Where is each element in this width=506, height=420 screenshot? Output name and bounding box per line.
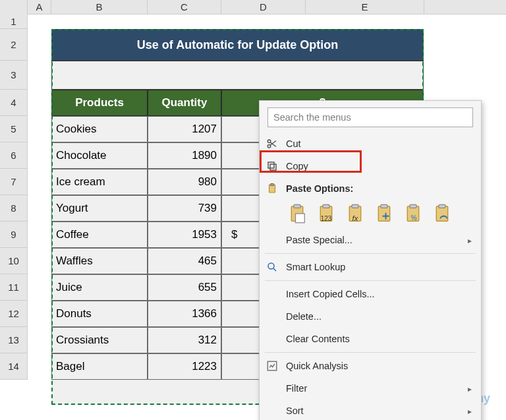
menu-item-filter[interactable]: Filter bbox=[260, 377, 481, 400]
svg-rect-8 bbox=[296, 214, 305, 223]
menu-item-cut[interactable]: Cut bbox=[260, 133, 481, 155]
cell-product[interactable]: Donuts bbox=[51, 301, 148, 327]
cell-product[interactable]: Chocolate bbox=[51, 142, 148, 169]
svg-rect-21 bbox=[439, 204, 445, 208]
cell-quantity[interactable]: 312 bbox=[148, 327, 221, 353]
cell-product[interactable]: Juice bbox=[51, 274, 148, 301]
menu-item-smart-lookup[interactable]: Smart Lookup bbox=[260, 256, 481, 278]
cell-quantity[interactable]: 1366 bbox=[148, 301, 221, 327]
row-header-14[interactable]: 14 bbox=[0, 353, 28, 380]
row-header-3[interactable]: 3 bbox=[0, 61, 28, 90]
menu-label: Filter bbox=[286, 383, 468, 394]
svg-text:fx: fx bbox=[352, 214, 358, 222]
cell-quantity[interactable]: 980 bbox=[148, 169, 221, 195]
cell-quantity[interactable]: 739 bbox=[148, 195, 221, 222]
menu-separator bbox=[265, 280, 476, 281]
cell-product[interactable]: Yogurt bbox=[51, 195, 148, 222]
paste-formulas-icon[interactable]: fx bbox=[344, 202, 366, 225]
col-header-b[interactable]: B bbox=[51, 0, 148, 14]
cell-quantity[interactable]: 1953 bbox=[148, 222, 221, 248]
svg-rect-3 bbox=[268, 162, 274, 168]
svg-rect-20 bbox=[436, 206, 448, 222]
menu-label: Quick Analysis bbox=[286, 361, 472, 371]
paste-link-icon[interactable] bbox=[431, 202, 453, 225]
submenu-arrow-icon bbox=[468, 405, 472, 416]
row-header-5[interactable]: 5 bbox=[0, 116, 28, 142]
row-header-1[interactable]: 1 bbox=[0, 15, 28, 29]
menu-item-paste-special[interactable]: Paste Special... bbox=[260, 229, 481, 251]
menu-item-sort[interactable]: Sort bbox=[260, 400, 481, 420]
row-header-12[interactable]: 12 bbox=[0, 301, 28, 327]
col-header-d[interactable]: D bbox=[221, 0, 306, 14]
row-header-4[interactable]: 4 bbox=[0, 90, 28, 116]
menu-label: Copy bbox=[286, 161, 472, 171]
header-quantity[interactable]: Quantity bbox=[148, 90, 221, 116]
menu-item-clear-contents[interactable]: Clear Contents bbox=[260, 328, 481, 350]
svg-point-22 bbox=[268, 263, 274, 269]
menu-search-input[interactable]: Search the menus bbox=[267, 107, 473, 127]
menu-label: Cut bbox=[286, 138, 472, 149]
svg-rect-2 bbox=[270, 164, 276, 170]
menu-item-copy[interactable]: Copy bbox=[260, 155, 481, 177]
row-header-7[interactable]: 7 bbox=[0, 169, 28, 195]
cell-quantity[interactable]: 1890 bbox=[148, 142, 221, 169]
header-products[interactable]: Products bbox=[51, 90, 148, 116]
row-header-6[interactable]: 6 bbox=[0, 142, 28, 169]
cell-quantity[interactable]: 655 bbox=[148, 274, 221, 301]
scissors-icon bbox=[266, 138, 286, 150]
cell-product[interactable]: Cookies bbox=[51, 116, 148, 142]
svg-rect-15 bbox=[378, 206, 390, 222]
row-header-10[interactable]: 10 bbox=[0, 248, 28, 274]
copy-icon bbox=[266, 160, 286, 172]
paste-values-icon[interactable]: 123 bbox=[315, 202, 337, 225]
svg-text:%: % bbox=[411, 214, 417, 222]
svg-rect-7 bbox=[294, 204, 300, 208]
menu-item-delete[interactable]: Delete... bbox=[260, 305, 481, 328]
menu-separator bbox=[265, 253, 476, 254]
menu-item-paste-options: Paste Options: bbox=[260, 177, 481, 200]
row-header-9[interactable]: 9 bbox=[0, 222, 28, 248]
cell-product[interactable]: Waffles bbox=[51, 248, 148, 274]
row-header-2[interactable]: 2 bbox=[0, 29, 28, 61]
svg-text:123: 123 bbox=[321, 215, 332, 222]
clipboard-icon bbox=[266, 183, 286, 195]
lookup-icon bbox=[266, 261, 286, 273]
row-headers: 1 2 3 4 5 6 7 8 9 10 11 12 13 14 bbox=[0, 15, 28, 380]
context-menu: Search the menus Cut Copy Paste Options:… bbox=[259, 100, 482, 420]
title-cell[interactable]: Use of Automatic for Update Option bbox=[51, 29, 424, 61]
menu-label: Sort bbox=[286, 405, 468, 416]
svg-rect-13 bbox=[352, 204, 358, 208]
cell-product[interactable]: Ice cream bbox=[51, 169, 148, 195]
paste-formatting-icon[interactable]: % bbox=[402, 202, 424, 225]
menu-label: Paste Special... bbox=[286, 235, 468, 245]
submenu-arrow-icon bbox=[468, 235, 472, 245]
cell-product[interactable]: Bagel bbox=[51, 353, 148, 380]
paste-transpose-icon[interactable] bbox=[373, 202, 395, 225]
blank-header-band[interactable] bbox=[51, 61, 424, 90]
col-header-e[interactable]: E bbox=[306, 0, 424, 14]
menu-item-quick-analysis[interactable]: Quick Analysis bbox=[260, 355, 481, 377]
svg-rect-16 bbox=[381, 204, 387, 208]
row-header-11[interactable]: 11 bbox=[0, 274, 28, 301]
cell-quantity[interactable]: 465 bbox=[148, 248, 221, 274]
paste-default-icon[interactable] bbox=[286, 202, 308, 225]
menu-label: Insert Copied Cells... bbox=[286, 289, 472, 299]
menu-label: Delete... bbox=[286, 311, 472, 322]
cell-product[interactable]: Coffee bbox=[51, 222, 148, 248]
cell-quantity[interactable]: 1223 bbox=[148, 353, 221, 380]
menu-separator bbox=[265, 352, 476, 353]
menu-item-insert-copied[interactable]: Insert Copied Cells... bbox=[260, 283, 481, 305]
row-header-13[interactable]: 13 bbox=[0, 327, 28, 353]
quick-analysis-icon bbox=[266, 360, 286, 372]
col-header-c[interactable]: C bbox=[148, 0, 221, 14]
svg-rect-18 bbox=[410, 204, 416, 208]
row-header-8[interactable]: 8 bbox=[0, 195, 28, 222]
cell-product[interactable]: Crossiants bbox=[51, 327, 148, 353]
col-header-a[interactable]: A bbox=[28, 0, 51, 14]
cell-quantity[interactable]: 1207 bbox=[148, 116, 221, 142]
paste-options-group: 123 fx % bbox=[260, 200, 481, 229]
menu-label: Paste Options: bbox=[286, 183, 472, 194]
column-headers: A B C D E bbox=[0, 0, 506, 15]
select-all-corner[interactable] bbox=[0, 0, 28, 15]
svg-rect-10 bbox=[323, 204, 329, 208]
